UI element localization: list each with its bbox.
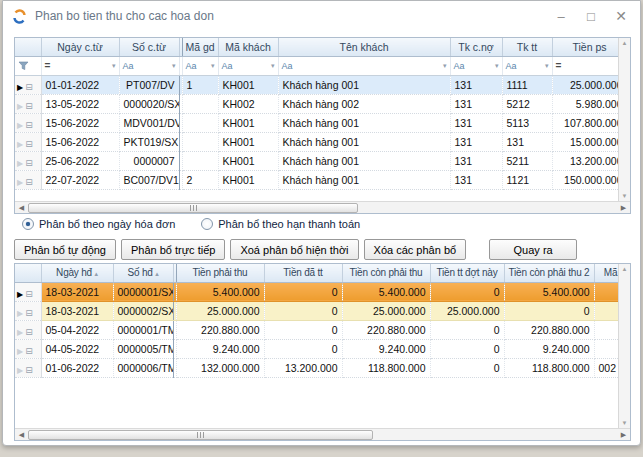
column-header-tien-con-phai-thu-2[interactable]: Tiền còn phải thu 2 (504, 264, 594, 282)
table-row[interactable]: ▶⊟ 15-06-2022 MDV001/DV KH001 Khách hàng… (15, 113, 618, 132)
table-row[interactable]: ▶⊟ 13-05-2022 0000020/SX KH002 Khách hàn… (15, 94, 618, 113)
invoices-vertical-scrollbar[interactable]: ▲ ▼ (618, 264, 630, 428)
cell-ten-khach: Khách hàng 002 (278, 94, 450, 113)
chevron-down-icon[interactable]: ▾ (495, 62, 499, 70)
cell-ma-gd: 1 (182, 75, 218, 94)
table-row[interactable]: ▶⊟ 01-06-2022 0000006/TM 132.000.000 13.… (15, 358, 618, 377)
cell-tk-tt: 131 (502, 132, 552, 151)
table-row[interactable]: ▶⊟ 25-06-2022 0000007 KH001 Khách hàng 0… (15, 151, 618, 170)
cell-tk-cno: 131 (450, 113, 502, 132)
column-header-tien-da-tt[interactable]: Tiền đã tt (264, 264, 342, 282)
cell-ngay-ctu: 15-06-2022 (41, 113, 119, 132)
filter-cell-ma-khach[interactable]: Aa▾ (218, 56, 278, 75)
cell-ma-gd (182, 132, 218, 151)
column-header-ma[interactable]: Mã (594, 264, 618, 282)
cell-ma-khach: KH002 (218, 94, 278, 113)
filter-cell-tien-ps[interactable]: =▾ (552, 56, 618, 75)
radio-by-invoice-date[interactable]: Phân bổ theo ngày hóa đơn (22, 218, 175, 230)
filter-cell-tk-tt[interactable]: Aa▾ (502, 56, 552, 75)
allocate-direct-button[interactable]: Phân bổ trực tiếp (121, 239, 225, 260)
filter-row-indicator[interactable] (15, 56, 41, 75)
chevron-down-icon[interactable]: ▾ (545, 62, 549, 70)
table-row[interactable]: ▶⊟ 01-01-2022 PT007/DV 1 KH001 Khách hàn… (15, 75, 618, 94)
exit-button[interactable]: Quay ra (489, 239, 577, 260)
column-header-so-ctu[interactable]: Số c.từ (119, 38, 179, 56)
scroll-up-icon[interactable]: ▲ (622, 40, 628, 46)
delete-all-allocations-button[interactable]: Xóa các phân bổ (364, 239, 467, 260)
expand-collapse-icon[interactable]: ⊟ (25, 327, 33, 337)
chevron-down-icon[interactable]: ▾ (443, 62, 447, 70)
filter-cell-ma-gd[interactable]: Aa▾ (182, 56, 218, 75)
expand-collapse-icon[interactable]: ⊟ (25, 158, 33, 168)
row-indicator-header (15, 38, 41, 56)
close-button[interactable]: ✕ (606, 1, 636, 31)
scroll-left-icon[interactable]: ◀ (15, 431, 28, 439)
column-header-so-hd[interactable]: Số hđ ▴ (113, 264, 173, 282)
column-header-ma-khach[interactable]: Mã khách (218, 38, 278, 56)
table-row[interactable]: ▶⊟ 18-03-2021 0000001/SX 5.400.000 0 5.4… (15, 282, 618, 301)
expand-collapse-icon[interactable]: ⊟ (25, 346, 33, 356)
table-row[interactable]: ▶⊟ 05-04-2022 0000001/TM1 220.880.000 0 … (15, 320, 618, 339)
scroll-left-icon[interactable]: ◀ (15, 204, 28, 212)
column-header-tk-cno[interactable]: Tk c.nợ (450, 38, 502, 56)
column-header-ngay-ctu[interactable]: Ngày c.từ (41, 38, 119, 56)
table-row[interactable]: ▶⊟ 22-07-2022 BC007/DV1 2 KH001 Khách hà… (15, 170, 618, 189)
column-header-ten-khach[interactable]: Tên khách (278, 38, 450, 56)
filter-cell-ngay-ctu[interactable]: =▾ (41, 56, 119, 75)
cell-tien-con-phai-thu: 9.240.000 (342, 339, 430, 358)
expand-collapse-icon[interactable]: ⊟ (25, 101, 33, 111)
scroll-up-icon[interactable]: ▲ (622, 266, 628, 272)
current-row-icon: ▶ (17, 328, 23, 337)
scroll-down-icon[interactable]: ▼ (622, 420, 628, 426)
column-header-tien-con-phai-thu[interactable]: Tiền còn phải thu (342, 264, 430, 282)
maximize-button[interactable]: □ (576, 1, 606, 31)
scroll-down-icon[interactable]: ▼ (622, 193, 628, 199)
expand-collapse-icon[interactable]: ⊟ (25, 365, 33, 375)
receipts-grid-content: Ngày c.từ Số c.từ Mã gd Mã khách Tên khá… (15, 38, 618, 201)
chevron-down-icon[interactable]: ▾ (172, 62, 176, 70)
cell-ma-gd (182, 151, 218, 170)
cell-ten-khach: Khách hàng 001 (278, 113, 450, 132)
column-header-tien-tt-dot-nay[interactable]: Tiền tt đợt này (430, 264, 504, 282)
column-header-tk-tt[interactable]: Tk tt (502, 38, 552, 56)
column-header-ngay-hd[interactable]: Ngày hđ ▴ (41, 264, 113, 282)
table-row[interactable]: ▶⊟ 15-06-2022 PKT019/SX KH001 Khách hàng… (15, 132, 618, 151)
column-header-tien-phai-thu[interactable]: Tiền phải thu (176, 264, 264, 282)
table-row[interactable]: ▶⊟ 18-03-2021 0000002/SX 25.000.000 0 25… (15, 301, 618, 320)
row-indicator: ▶⊟ (15, 75, 41, 94)
cell-ma: 002 (594, 358, 618, 377)
minimize-button[interactable]: – (546, 1, 576, 31)
title-bar[interactable]: Phan bo tien thu cho cac hoa don – □ ✕ (3, 1, 640, 31)
column-header-tien-ps[interactable]: Tiền ps (552, 38, 618, 56)
column-header-ma-gd[interactable]: Mã gd (182, 38, 218, 56)
receipts-vertical-scrollbar[interactable]: ▲ ▼ (618, 38, 630, 201)
scrollbar-thumb[interactable] (28, 203, 358, 213)
filter-cell-so-ctu[interactable]: Aa▾ (119, 56, 179, 75)
radio-by-due-date[interactable]: Phân bổ theo hạn thanh toán (201, 218, 360, 230)
row-indicator-header (15, 264, 41, 282)
expand-collapse-icon[interactable]: ⊟ (25, 82, 33, 92)
expand-collapse-icon[interactable]: ⊟ (25, 139, 33, 149)
column-header-label: Số hđ (127, 267, 152, 278)
table-row[interactable]: ▶⊟ 04-05-2022 0000005/TM1 9.240.000 0 9.… (15, 339, 618, 358)
receipts-horizontal-scrollbar[interactable]: ◀ ▶ (15, 201, 630, 213)
filter-cell-tk-cno[interactable]: Aa▾ (450, 56, 502, 75)
invoices-grid: Ngày hđ ▴ Số hđ ▴ Tiền phải thu Tiền đã … (14, 263, 631, 441)
chevron-down-icon[interactable]: ▾ (211, 62, 215, 70)
scroll-right-icon[interactable]: ▶ (617, 204, 630, 212)
cell-ngay-hd: 04-05-2022 (41, 339, 113, 358)
delete-current-allocation-button[interactable]: Xoá phân bổ hiện thời (230, 239, 358, 260)
scroll-right-icon[interactable]: ▶ (617, 431, 630, 439)
cell-tien-con-phai-thu-2: 5.400.000 (504, 282, 594, 301)
cell-ma-khach: KH001 (218, 75, 278, 94)
chevron-down-icon[interactable]: ▾ (112, 62, 116, 70)
expand-collapse-icon[interactable]: ⊟ (25, 120, 33, 130)
filter-cell-ten-khach[interactable]: Aa▾ (278, 56, 450, 75)
scrollbar-thumb[interactable] (28, 430, 373, 440)
allocate-auto-button[interactable]: Phân bổ tự động (14, 239, 116, 260)
invoices-horizontal-scrollbar[interactable]: ◀ ▶ (15, 428, 630, 440)
expand-collapse-icon[interactable]: ⊟ (25, 308, 33, 318)
chevron-down-icon[interactable]: ▾ (271, 62, 275, 70)
expand-collapse-icon[interactable]: ⊟ (25, 177, 33, 187)
expand-collapse-icon[interactable]: ⊟ (25, 289, 33, 299)
